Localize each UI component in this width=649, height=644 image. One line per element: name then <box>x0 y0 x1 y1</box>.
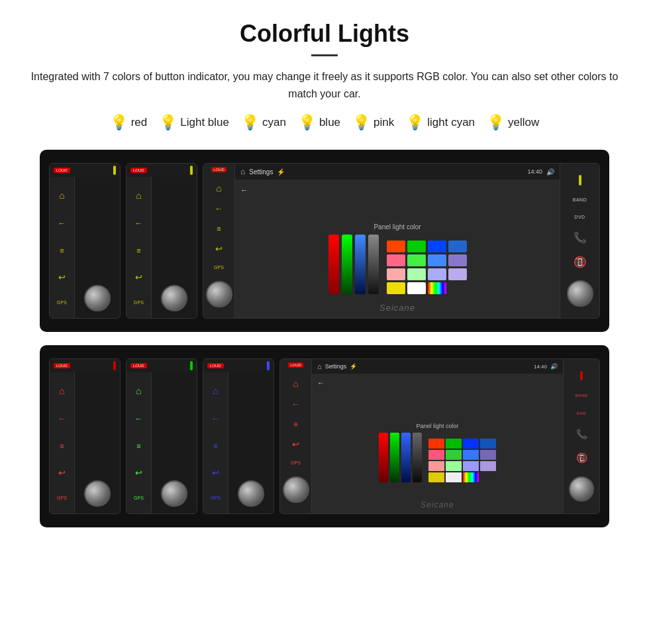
sw2-8 <box>480 450 496 460</box>
back-main-2: ← <box>292 400 300 409</box>
main-device-1: LOUD ⌂ ← ≡ ↩ GPS ⌂ Settings ⚡ 14:40 🔊 <box>203 163 600 319</box>
color-label-lightblue: Light blue <box>180 116 229 129</box>
back-screen2[interactable]: ← <box>317 379 324 387</box>
sw14 <box>407 282 426 294</box>
menu-main-1: ≡ <box>217 225 221 233</box>
loud-c: LOUD <box>207 363 224 368</box>
bulb-cyan: 💡 <box>241 114 259 131</box>
home-main-2: ⌂ <box>293 378 298 389</box>
bar2-red <box>379 433 388 482</box>
bulb-blue: 💡 <box>298 114 316 131</box>
sw13 <box>387 282 405 294</box>
device-group-1: LOUD ⌂ ← ≡ ↩ GPS LOUD <box>40 150 609 332</box>
return-a: ↩ <box>58 468 66 478</box>
sw9 <box>387 268 405 280</box>
back-icon-2: ← <box>135 219 143 228</box>
knob-b[interactable] <box>161 480 187 507</box>
color-label-red: red <box>131 116 148 129</box>
sw2-4 <box>480 439 496 449</box>
return-icon-1: ↩ <box>58 272 66 282</box>
knob-right-2[interactable] <box>569 476 594 502</box>
color-label-blue: blue <box>319 116 340 129</box>
return-c: ↩ <box>212 468 219 478</box>
loud-main-1: LOUD <box>211 167 226 172</box>
menu-main-2: ≡ <box>293 420 297 428</box>
color-item-red: 💡 red <box>110 114 148 131</box>
knob-c[interactable] <box>238 480 264 507</box>
sw2-15 <box>463 472 479 482</box>
knob-main-1[interactable] <box>206 281 232 307</box>
volume-icon: 🔊 <box>546 168 554 176</box>
gps-label-2: GPS <box>134 300 144 305</box>
bulb-lightcyan: 💡 <box>406 114 424 131</box>
sw2-5 <box>428 450 444 460</box>
gps-main-2: GPS <box>291 460 301 465</box>
menu-b: ≡ <box>136 442 140 450</box>
color-item-lightcyan: 💡 light cyan <box>406 114 475 131</box>
bulb-yellow: 💡 <box>487 114 505 131</box>
home-icon-2: ⌂ <box>136 190 141 201</box>
sw15 <box>428 282 446 294</box>
sw4 <box>448 241 467 252</box>
bulb-pink: 💡 <box>352 114 370 131</box>
indicator-red-a <box>113 361 116 370</box>
back-a: ← <box>58 414 66 423</box>
knob-a[interactable] <box>84 480 111 507</box>
menu-c: ≡ <box>213 442 217 450</box>
knob-1[interactable] <box>84 285 111 311</box>
dvd-label-2: DVD <box>577 411 586 415</box>
indicator-blue-c <box>267 361 270 370</box>
top-indicator-2 <box>580 371 583 380</box>
knob-2[interactable] <box>161 285 187 311</box>
loud-b: LOUD <box>130 363 147 368</box>
sw7 <box>428 254 446 266</box>
top-indicator-main <box>579 175 581 186</box>
bulb-lightblue: 💡 <box>159 114 177 131</box>
sw8 <box>448 254 467 266</box>
back-icon-1: ← <box>58 219 66 228</box>
sw2-12 <box>480 461 496 471</box>
knob-right[interactable] <box>567 280 593 307</box>
back-screen-icon[interactable]: ← <box>240 186 248 195</box>
dvd-label: DVD <box>574 215 585 219</box>
usb-screen2: ⚡ <box>350 363 357 370</box>
panel-light-label2: Panel light color <box>416 423 458 429</box>
color-item-blue: 💡 blue <box>298 114 340 131</box>
color-label-pink: pink <box>374 116 394 129</box>
device-group-2: LOUD ⌂ ← ≡ ↩ GPS LOUD <box>40 345 609 527</box>
knob-main-2[interactable] <box>283 476 309 503</box>
color-item-cyan: 💡 cyan <box>241 114 286 131</box>
bar2-green <box>390 433 399 482</box>
home-c: ⌂ <box>213 386 218 396</box>
mini-device-b: LOUD ⌂ ← ≡ ↩ GPS <box>126 358 197 514</box>
color-list: 💡 red 💡 Light blue 💡 cyan 💡 blue 💡 pink … <box>26 114 623 131</box>
phone-end-icon: 📵 <box>574 256 587 268</box>
home-main-1: ⌂ <box>216 183 221 193</box>
color-item-yellow: 💡 yellow <box>487 114 539 131</box>
home-screen-icon: ⌂ <box>240 167 245 176</box>
band-label: BAND <box>573 197 587 202</box>
usb-icon: ⚡ <box>277 168 285 176</box>
color-label-lightcyan: light cyan <box>427 116 475 129</box>
mini-device-2: LOUD ⌂ ← ≡ ↩ GPS <box>126 163 197 319</box>
loud-label-2: LOUD <box>130 168 147 173</box>
sw2-3 <box>463 439 479 449</box>
color-item-lightblue: 💡 Light blue <box>159 114 229 131</box>
sw2 <box>407 241 426 252</box>
back-b: ← <box>135 414 143 423</box>
bar2-blue <box>401 433 411 482</box>
watermark-1: Seicane <box>379 303 415 313</box>
gps-b: GPS <box>134 496 144 500</box>
phone-answer-icon: 📞 <box>574 231 587 244</box>
page-title: Colorful Lights <box>26 20 623 48</box>
description: Integrated with 7 colors of button indic… <box>26 68 623 102</box>
phone-answer-2: 📞 <box>576 429 587 439</box>
back-main-1: ← <box>215 204 223 213</box>
sw3 <box>428 241 446 252</box>
return-main-2: ↩ <box>292 439 299 449</box>
bar2-dark <box>413 433 422 482</box>
return-icon-2: ↩ <box>135 272 142 282</box>
sw2-14 <box>446 472 462 482</box>
gps-label-1: GPS <box>57 300 68 305</box>
return-b: ↩ <box>135 468 142 478</box>
